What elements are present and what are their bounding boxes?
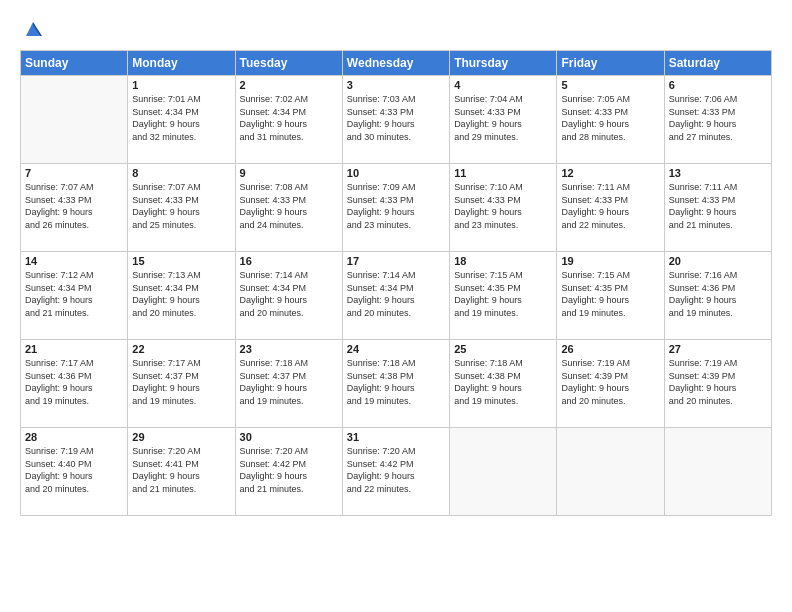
day-number: 27 [669,343,767,355]
calendar-header-tuesday: Tuesday [235,51,342,76]
day-info: Sunrise: 7:19 AMSunset: 4:39 PMDaylight:… [669,357,767,407]
calendar-cell: 6Sunrise: 7:06 AMSunset: 4:33 PMDaylight… [664,76,771,164]
day-number: 15 [132,255,230,267]
calendar-cell: 29Sunrise: 7:20 AMSunset: 4:41 PMDayligh… [128,428,235,516]
day-number: 14 [25,255,123,267]
calendar-header-saturday: Saturday [664,51,771,76]
day-info: Sunrise: 7:05 AMSunset: 4:33 PMDaylight:… [561,93,659,143]
logo [20,22,44,40]
day-info: Sunrise: 7:09 AMSunset: 4:33 PMDaylight:… [347,181,445,231]
calendar-cell [664,428,771,516]
day-number: 20 [669,255,767,267]
day-number: 4 [454,79,552,91]
day-number: 23 [240,343,338,355]
calendar-cell: 3Sunrise: 7:03 AMSunset: 4:33 PMDaylight… [342,76,449,164]
calendar-cell: 24Sunrise: 7:18 AMSunset: 4:38 PMDayligh… [342,340,449,428]
day-info: Sunrise: 7:07 AMSunset: 4:33 PMDaylight:… [132,181,230,231]
calendar-week-row: 7Sunrise: 7:07 AMSunset: 4:33 PMDaylight… [21,164,772,252]
day-number: 28 [25,431,123,443]
day-info: Sunrise: 7:08 AMSunset: 4:33 PMDaylight:… [240,181,338,231]
day-number: 16 [240,255,338,267]
day-info: Sunrise: 7:06 AMSunset: 4:33 PMDaylight:… [669,93,767,143]
day-number: 12 [561,167,659,179]
calendar-header-sunday: Sunday [21,51,128,76]
day-info: Sunrise: 7:03 AMSunset: 4:33 PMDaylight:… [347,93,445,143]
calendar-cell: 2Sunrise: 7:02 AMSunset: 4:34 PMDaylight… [235,76,342,164]
day-number: 6 [669,79,767,91]
page: SundayMondayTuesdayWednesdayThursdayFrid… [0,0,792,612]
calendar-cell: 8Sunrise: 7:07 AMSunset: 4:33 PMDaylight… [128,164,235,252]
calendar-cell: 9Sunrise: 7:08 AMSunset: 4:33 PMDaylight… [235,164,342,252]
day-number: 3 [347,79,445,91]
calendar-cell: 7Sunrise: 7:07 AMSunset: 4:33 PMDaylight… [21,164,128,252]
calendar-cell: 21Sunrise: 7:17 AMSunset: 4:36 PMDayligh… [21,340,128,428]
calendar-header-row: SundayMondayTuesdayWednesdayThursdayFrid… [21,51,772,76]
calendar-week-row: 1Sunrise: 7:01 AMSunset: 4:34 PMDaylight… [21,76,772,164]
calendar-cell: 12Sunrise: 7:11 AMSunset: 4:33 PMDayligh… [557,164,664,252]
day-info: Sunrise: 7:15 AMSunset: 4:35 PMDaylight:… [454,269,552,319]
day-info: Sunrise: 7:04 AMSunset: 4:33 PMDaylight:… [454,93,552,143]
day-number: 5 [561,79,659,91]
calendar-cell: 16Sunrise: 7:14 AMSunset: 4:34 PMDayligh… [235,252,342,340]
calendar-cell [557,428,664,516]
logo-icon [22,18,44,40]
day-number: 13 [669,167,767,179]
calendar-cell: 17Sunrise: 7:14 AMSunset: 4:34 PMDayligh… [342,252,449,340]
calendar-cell: 23Sunrise: 7:18 AMSunset: 4:37 PMDayligh… [235,340,342,428]
day-number: 31 [347,431,445,443]
day-info: Sunrise: 7:16 AMSunset: 4:36 PMDaylight:… [669,269,767,319]
calendar-cell: 1Sunrise: 7:01 AMSunset: 4:34 PMDaylight… [128,76,235,164]
calendar-cell: 18Sunrise: 7:15 AMSunset: 4:35 PMDayligh… [450,252,557,340]
calendar-week-row: 21Sunrise: 7:17 AMSunset: 4:36 PMDayligh… [21,340,772,428]
day-number: 10 [347,167,445,179]
calendar-cell: 13Sunrise: 7:11 AMSunset: 4:33 PMDayligh… [664,164,771,252]
day-info: Sunrise: 7:17 AMSunset: 4:36 PMDaylight:… [25,357,123,407]
day-number: 2 [240,79,338,91]
calendar-week-row: 14Sunrise: 7:12 AMSunset: 4:34 PMDayligh… [21,252,772,340]
day-info: Sunrise: 7:20 AMSunset: 4:41 PMDaylight:… [132,445,230,495]
day-info: Sunrise: 7:13 AMSunset: 4:34 PMDaylight:… [132,269,230,319]
day-number: 19 [561,255,659,267]
header [20,18,772,40]
day-number: 17 [347,255,445,267]
day-info: Sunrise: 7:14 AMSunset: 4:34 PMDaylight:… [240,269,338,319]
calendar-cell: 27Sunrise: 7:19 AMSunset: 4:39 PMDayligh… [664,340,771,428]
day-info: Sunrise: 7:19 AMSunset: 4:39 PMDaylight:… [561,357,659,407]
day-number: 21 [25,343,123,355]
day-info: Sunrise: 7:11 AMSunset: 4:33 PMDaylight:… [669,181,767,231]
day-info: Sunrise: 7:07 AMSunset: 4:33 PMDaylight:… [25,181,123,231]
day-number: 22 [132,343,230,355]
calendar: SundayMondayTuesdayWednesdayThursdayFrid… [20,50,772,516]
calendar-cell: 4Sunrise: 7:04 AMSunset: 4:33 PMDaylight… [450,76,557,164]
calendar-cell: 31Sunrise: 7:20 AMSunset: 4:42 PMDayligh… [342,428,449,516]
day-number: 25 [454,343,552,355]
calendar-cell: 25Sunrise: 7:18 AMSunset: 4:38 PMDayligh… [450,340,557,428]
day-number: 11 [454,167,552,179]
day-number: 7 [25,167,123,179]
day-info: Sunrise: 7:18 AMSunset: 4:38 PMDaylight:… [454,357,552,407]
calendar-cell: 14Sunrise: 7:12 AMSunset: 4:34 PMDayligh… [21,252,128,340]
day-info: Sunrise: 7:10 AMSunset: 4:33 PMDaylight:… [454,181,552,231]
day-info: Sunrise: 7:19 AMSunset: 4:40 PMDaylight:… [25,445,123,495]
calendar-header-friday: Friday [557,51,664,76]
day-number: 29 [132,431,230,443]
calendar-cell: 19Sunrise: 7:15 AMSunset: 4:35 PMDayligh… [557,252,664,340]
day-number: 18 [454,255,552,267]
calendar-cell: 5Sunrise: 7:05 AMSunset: 4:33 PMDaylight… [557,76,664,164]
calendar-cell [450,428,557,516]
calendar-cell [21,76,128,164]
day-info: Sunrise: 7:18 AMSunset: 4:38 PMDaylight:… [347,357,445,407]
day-number: 8 [132,167,230,179]
day-number: 1 [132,79,230,91]
day-info: Sunrise: 7:11 AMSunset: 4:33 PMDaylight:… [561,181,659,231]
day-info: Sunrise: 7:01 AMSunset: 4:34 PMDaylight:… [132,93,230,143]
calendar-cell: 15Sunrise: 7:13 AMSunset: 4:34 PMDayligh… [128,252,235,340]
day-info: Sunrise: 7:15 AMSunset: 4:35 PMDaylight:… [561,269,659,319]
calendar-cell: 20Sunrise: 7:16 AMSunset: 4:36 PMDayligh… [664,252,771,340]
calendar-header-thursday: Thursday [450,51,557,76]
day-number: 24 [347,343,445,355]
day-info: Sunrise: 7:18 AMSunset: 4:37 PMDaylight:… [240,357,338,407]
calendar-cell: 10Sunrise: 7:09 AMSunset: 4:33 PMDayligh… [342,164,449,252]
day-number: 26 [561,343,659,355]
calendar-cell: 22Sunrise: 7:17 AMSunset: 4:37 PMDayligh… [128,340,235,428]
